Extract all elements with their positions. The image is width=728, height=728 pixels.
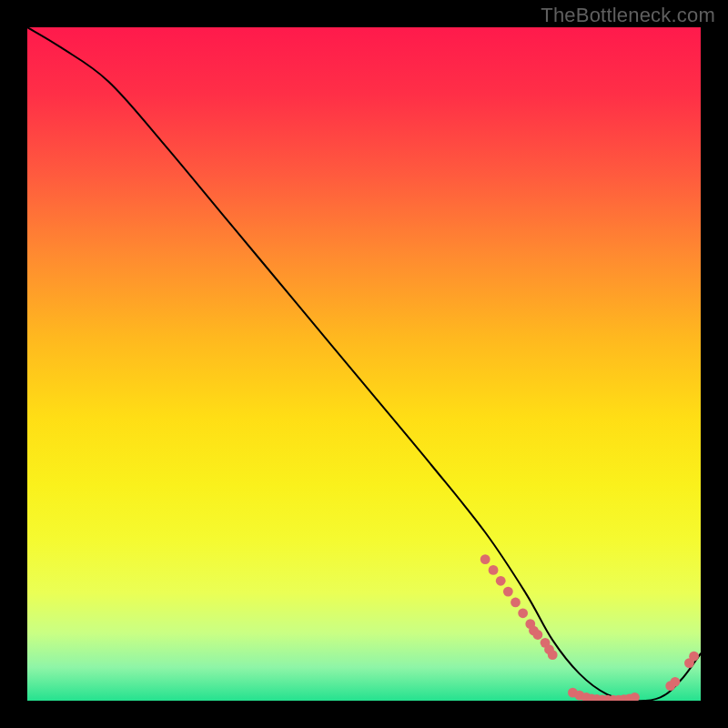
data-point [630,693,640,701]
data-point [670,677,680,687]
data-point [533,630,543,640]
data-point [489,565,499,575]
data-point [689,652,699,662]
data-point [503,587,513,597]
data-point [480,554,490,564]
data-point [496,576,506,586]
chart-area [27,27,701,701]
data-point [518,608,528,618]
data-point [511,598,521,608]
chart-curve [27,27,701,701]
chart-overlay [27,27,701,701]
chart-points [480,554,699,701]
watermark-text: TheBottleneck.com [541,4,715,27]
data-point [548,650,558,660]
